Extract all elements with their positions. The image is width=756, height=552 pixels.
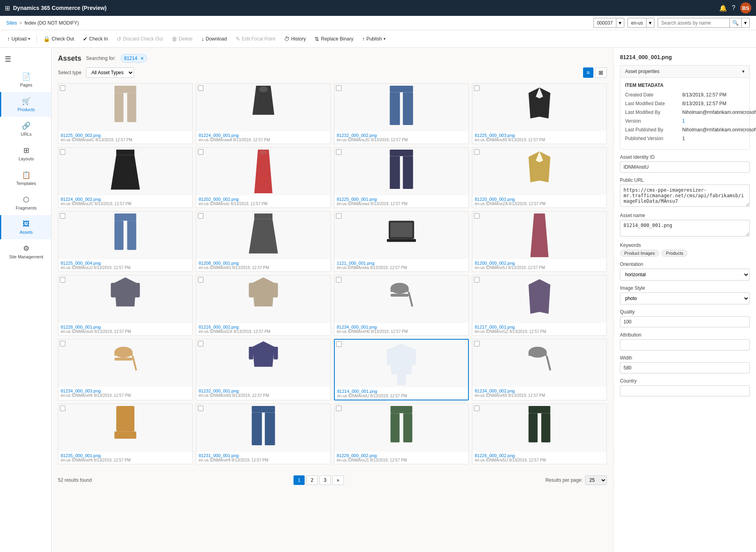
- discard-button[interactable]: ↺ Discard Check Out: [113, 33, 167, 44]
- asset-name[interactable]: 81231_000_001.png: [199, 453, 328, 458]
- sidebar-item-pages[interactable]: 📄 Pages: [0, 67, 51, 92]
- replace-button[interactable]: ⇅ Replace Binary: [311, 33, 357, 44]
- asset-name[interactable]: 81232_000_002.png: [337, 133, 466, 138]
- asset-checkbox[interactable]: [60, 341, 65, 346]
- asset-type-filter[interactable]: All Asset Types: [86, 67, 134, 78]
- asset-card[interactable]: 81202_000_002.png en-us IDNMAnxlz 8/13/2…: [196, 147, 331, 208]
- asset-name[interactable]: 81217_000_001.png: [475, 325, 604, 329]
- asset-checkbox[interactable]: [474, 277, 480, 283]
- asset-card[interactable]: 81228_000_001.png en-us IDNMAnsu0 8/13/2…: [58, 275, 193, 336]
- asset-card[interactable]: 81234_000_003.png en-us IDNMAnxHr 8/13/2…: [58, 339, 193, 400]
- page-1-button[interactable]: 1: [294, 475, 305, 485]
- store-id-chevron[interactable]: ▾: [616, 18, 624, 27]
- asset-card[interactable]: 81200_000_002.png en-us IDNMAnv5J 8/13/2…: [472, 211, 607, 272]
- asset-card[interactable]: 81235_000_001.png en-us IDNMAnxHt 8/13/2…: [58, 404, 193, 464]
- search-clear-button[interactable]: ×: [140, 55, 144, 62]
- asset-checkbox[interactable]: [60, 213, 65, 219]
- search-expand-button[interactable]: ▾: [741, 18, 749, 27]
- asset-name[interactable]: 81216_000_002.png: [199, 325, 328, 329]
- asset-card[interactable]: 81232_000_002.png en-us IDNMAnxJG 8/13/2…: [334, 83, 469, 144]
- asset-checkbox[interactable]: [336, 213, 342, 219]
- asset-name[interactable]: 81224_000_001.png: [199, 133, 328, 138]
- asset-checkbox[interactable]: [474, 85, 480, 91]
- quality-input[interactable]: [620, 316, 750, 327]
- country-input[interactable]: [620, 385, 750, 396]
- sidebar-item-layouts[interactable]: ⊞ Layouts: [0, 141, 51, 166]
- asset-card[interactable]: 81232_000_001.png en-us IDNMAnv60 8/13/2…: [196, 339, 331, 400]
- asset-checkbox[interactable]: [336, 341, 342, 347]
- asset-card[interactable]: 81225_000_003.png en-us IDNMAnv85 8/13/2…: [472, 83, 607, 144]
- asset-name[interactable]: 81200_000_002.png: [475, 261, 604, 265]
- asset-checkbox[interactable]: [198, 213, 203, 219]
- asset-checkbox[interactable]: [336, 85, 342, 91]
- asset-checkbox[interactable]: [60, 277, 65, 283]
- asset-card[interactable]: 1121_000_001.png en-us IDNMAnxka 8/13/20…: [334, 211, 469, 272]
- checkin-button[interactable]: ✔ Check In: [79, 33, 112, 44]
- asset-checkbox[interactable]: [474, 406, 480, 411]
- sidebar-item-urls[interactable]: 🔗 URLs: [0, 117, 51, 141]
- asset-name[interactable]: 81225_000_003.png: [475, 133, 604, 138]
- asset-checkbox[interactable]: [474, 149, 480, 155]
- asset-card[interactable]: 81217_000_001.png en-us IDNMAnxGZ 8/13/2…: [472, 275, 607, 336]
- asset-name[interactable]: 81229_000_002.png: [337, 453, 466, 458]
- asset-card[interactable]: 81231_000_001.png en-us IDNMAnxHl 8/13/2…: [196, 404, 331, 464]
- checkout-button[interactable]: 🔒 Check Out: [39, 33, 78, 44]
- asset-checkbox[interactable]: [336, 277, 342, 283]
- asset-name[interactable]: 81226_000_002.png: [475, 453, 604, 458]
- grid-view-button[interactable]: ⊞: [595, 67, 607, 78]
- avatar[interactable]: BS: [740, 2, 751, 13]
- asset-name[interactable]: 81202_000_002.png: [199, 197, 328, 202]
- asset-card[interactable]: 81229_000_002.png en-us IDNMAnxJ1 8/13/2…: [334, 404, 469, 464]
- asset-name[interactable]: 81232_000_001.png: [199, 389, 328, 393]
- asset-card[interactable]: 81224_000_001.png en-us IDNMAnswA 8/13/2…: [196, 83, 331, 144]
- sidebar-item-assets[interactable]: 🖼 Assets: [0, 215, 51, 239]
- asset-identity-input[interactable]: [620, 162, 750, 173]
- per-page-select[interactable]: 25 50 100: [585, 475, 607, 485]
- asset-checkbox[interactable]: [474, 341, 480, 346]
- image-style-select[interactable]: photo illustration vector: [620, 292, 750, 304]
- asset-name[interactable]: 81225_000_001.png: [337, 197, 466, 202]
- version-value[interactable]: 1: [682, 118, 744, 124]
- orientation-select[interactable]: horizontal vertical square: [620, 269, 750, 281]
- asset-search-input[interactable]: [658, 19, 729, 27]
- delete-button[interactable]: 🗑 Delete: [168, 33, 197, 44]
- locale-chevron[interactable]: ▾: [646, 18, 654, 27]
- publish-button[interactable]: ↑ Publish ▾: [358, 33, 390, 44]
- public-url-input[interactable]: https://cms-ppe-imageresizer-mr.trafficm…: [620, 185, 750, 207]
- asset-card[interactable]: 81220_000_001.png en-us IDNMAnxZA 8/13/2…: [472, 147, 607, 208]
- asset-checkbox[interactable]: [198, 406, 203, 411]
- upload-button[interactable]: ↑ Upload ▾: [3, 33, 34, 44]
- notification-icon[interactable]: 🔔: [719, 4, 727, 12]
- asset-name[interactable]: 1121_000_001.png: [337, 261, 466, 265]
- sidebar-item-fragments[interactable]: ⬡ Fragments: [0, 190, 51, 215]
- asset-card[interactable]: 81225_000_002.png en-us IDNMAnswC 8/13/2…: [58, 83, 193, 144]
- asset-checkbox[interactable]: [198, 341, 203, 346]
- sidebar-hamburger[interactable]: ☰: [0, 51, 51, 67]
- asset-card[interactable]: 81214_000_001.png en-us IDNMAnstU 8/13/2…: [334, 339, 469, 400]
- asset-checkbox[interactable]: [474, 213, 480, 219]
- asset-name[interactable]: 81220_000_001.png: [475, 197, 604, 202]
- page-2-button[interactable]: 2: [306, 475, 318, 485]
- asset-checkbox[interactable]: [336, 149, 342, 155]
- asset-card[interactable]: 81226_000_002.png en-us IDNMAnv5U 8/13/2…: [472, 404, 607, 464]
- asset-search-box[interactable]: 🔍 ▾: [658, 18, 750, 28]
- asset-card[interactable]: 81208_000_001.png en-us IDNMAnv81 8/13/2…: [196, 211, 331, 272]
- page-3-button[interactable]: 3: [319, 475, 331, 485]
- asset-name[interactable]: 81225_000_002.png: [61, 133, 190, 138]
- download-button[interactable]: ↓ Download: [197, 33, 230, 44]
- asset-card[interactable]: 81225_000_004.png en-us IDNMAnxJJ 8/13/2…: [58, 211, 193, 272]
- search-submit-button[interactable]: 🔍: [729, 18, 741, 27]
- asset-checkbox[interactable]: [198, 149, 203, 155]
- sidebar-item-templates[interactable]: 📋 Templates: [0, 166, 51, 190]
- sidebar-item-site-management[interactable]: ⚙ Site Management: [0, 239, 51, 264]
- asset-checkbox[interactable]: [60, 85, 65, 91]
- history-button[interactable]: ⏱ History: [280, 33, 310, 44]
- asset-name[interactable]: 81224_000_002.png: [61, 197, 190, 202]
- asset-name[interactable]: 81235_000_001.png: [61, 453, 190, 458]
- asset-name[interactable]: 81214_000_001.png: [337, 389, 466, 394]
- list-view-button[interactable]: ≡: [583, 67, 593, 78]
- asset-name[interactable]: 81225_000_004.png: [61, 261, 190, 265]
- asset-name[interactable]: 81234_000_003.png: [61, 389, 190, 393]
- grid-icon[interactable]: ⊞: [5, 4, 10, 12]
- locale-dropdown[interactable]: en-us ▾: [627, 18, 654, 28]
